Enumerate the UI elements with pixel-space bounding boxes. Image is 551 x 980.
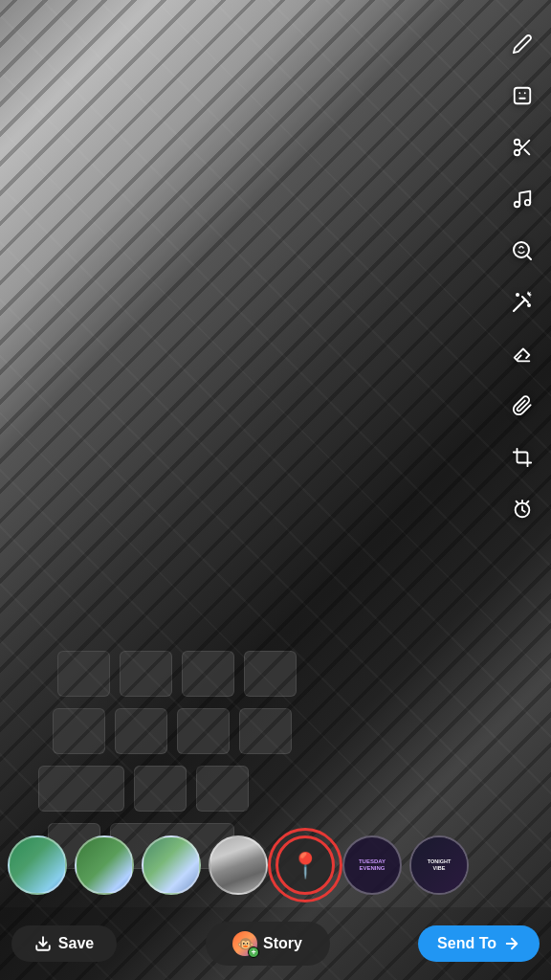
sticker-icon[interactable] — [507, 80, 538, 111]
svg-point-12 — [517, 294, 518, 296]
svg-line-9 — [527, 256, 531, 259]
lens-search-icon[interactable] — [507, 235, 538, 266]
svg-line-10 — [514, 300, 525, 311]
svg-line-5 — [518, 144, 522, 147]
right-toolbar — [507, 29, 538, 524]
story-bubble-2[interactable] — [75, 835, 134, 895]
crop-icon[interactable] — [507, 442, 538, 473]
svg-rect-0 — [515, 88, 531, 104]
story-bubble-4[interactable] — [209, 835, 268, 895]
location-pin-icon: 📍 — [290, 851, 320, 880]
save-icon — [34, 935, 52, 952]
send-arrow-icon — [503, 935, 520, 952]
story-bubble-1[interactable] — [8, 835, 67, 895]
story-button[interactable]: 🐵 + Story — [206, 922, 330, 966]
save-label: Save — [58, 935, 94, 952]
eraser-icon[interactable] — [507, 339, 538, 369]
tonight-vibe-bubble[interactable]: TONIGHTVIBE — [409, 835, 469, 895]
story-plus-icon: + — [248, 947, 259, 958]
music-icon[interactable] — [507, 184, 538, 214]
send-to-button[interactable]: Send To — [418, 925, 540, 962]
svg-point-7 — [525, 200, 531, 206]
story-label: Story — [263, 935, 302, 952]
stories-strip: 📍 TUESDAYEVENING TONIGHTVIBE — [0, 827, 551, 903]
timer-icon[interactable] — [507, 494, 538, 524]
tonight-vibe-label: TONIGHTVIBE — [411, 837, 467, 893]
story-bubble-3[interactable] — [142, 835, 201, 895]
svg-line-4 — [524, 149, 529, 154]
location-story-bubble[interactable]: 📍 — [276, 835, 335, 895]
magic-wand-icon[interactable] — [507, 287, 538, 318]
pencil-icon[interactable] — [507, 29, 538, 59]
svg-point-6 — [515, 202, 520, 208]
send-label: Send To — [437, 935, 496, 952]
save-button[interactable]: Save — [11, 925, 117, 962]
story-avatar: 🐵 + — [232, 931, 257, 956]
scissors-icon[interactable] — [507, 132, 538, 163]
tuesday-evening-label: TUESDAYEVENING — [357, 857, 387, 874]
bottom-action-bar: Save 🐵 + Story Send To — [0, 907, 551, 980]
paperclip-icon[interactable] — [507, 390, 538, 421]
svg-point-13 — [528, 304, 530, 306]
tuesday-evening-bubble[interactable]: TUESDAYEVENING — [342, 835, 402, 895]
camera-view: 📍 TUESDAYEVENING TONIGHTVIBE Save 🐵 + — [0, 0, 551, 980]
location-bubble-wrapper: 📍 — [276, 835, 335, 895]
